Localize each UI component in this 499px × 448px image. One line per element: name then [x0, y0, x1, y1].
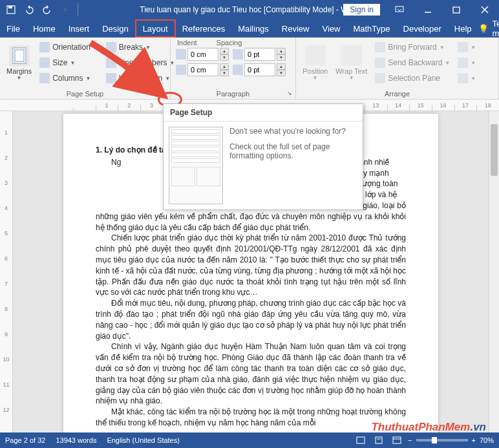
undo-icon[interactable] [21, 1, 37, 18]
zoom-in-icon[interactable]: + [472, 436, 476, 444]
tab-view[interactable]: View [315, 19, 346, 37]
web-layout-icon[interactable] [390, 434, 404, 446]
indent-label: Indent [177, 39, 197, 47]
bring-forward-icon [375, 42, 385, 52]
popup-question: Don't see what you're looking for? [229, 127, 357, 136]
group-label-arrange: Arrange [296, 89, 498, 99]
vertical-ruler[interactable]: 12345678910111213 [0, 111, 13, 441]
group-button: ▼ [455, 55, 478, 70]
margins-icon [9, 45, 30, 66]
status-words[interactable]: 13943 words [56, 436, 96, 444]
scroll-thumb[interactable] [491, 124, 498, 176]
indent-left-icon [176, 49, 186, 59]
svg-rect-12 [393, 437, 401, 443]
popup-desc: Check out the full set of page formattin… [229, 142, 357, 160]
group-icon [458, 58, 468, 68]
save-icon[interactable] [3, 1, 19, 18]
line-numbers-button[interactable]: Line Numbers▼ [103, 55, 178, 70]
tab-review[interactable]: Review [275, 19, 316, 37]
signin-button[interactable]: Sign in [343, 4, 380, 16]
group-label-paragraph: Paragraph [171, 89, 295, 99]
breaks-icon [106, 42, 116, 52]
spacing-before-icon [233, 49, 243, 59]
chevron-down-icon: ▼ [17, 75, 22, 81]
indent-right-icon [176, 65, 186, 75]
line-numbers-icon [106, 58, 116, 68]
page-setup-dialog-launcher[interactable]: ↘ [160, 89, 169, 98]
redo-icon[interactable] [39, 1, 56, 18]
align-icon [458, 42, 468, 52]
svg-rect-10 [376, 437, 382, 443]
ribbon: Margins ▼ Orientation▼ Size▼ Columns▼ Br… [0, 37, 499, 100]
title-bar: ▼ Tieu luan quan ly giao duc Tieu hoc [C… [0, 0, 499, 19]
status-language[interactable]: English (United States) [107, 436, 180, 444]
size-button[interactable]: Size▼ [37, 55, 101, 70]
tab-layout[interactable]: Layout [135, 19, 176, 37]
svg-rect-1 [8, 6, 12, 8]
spacing-before-spinner[interactable]: ▲▼ [233, 48, 286, 61]
popup-preview-image [169, 127, 223, 204]
send-backward-icon [375, 58, 385, 68]
watermark: ThuthuatPhanMem.vn [371, 421, 486, 434]
zoom-out-icon[interactable]: − [408, 436, 412, 444]
rotate-icon [458, 73, 468, 83]
vertical-scrollbar[interactable] [489, 111, 499, 441]
position-button: Position▼ [299, 39, 332, 87]
spacing-after-icon [233, 65, 243, 75]
selection-pane-button[interactable]: Selection Pane [372, 70, 452, 86]
wrap-text-button: Wrap Text▼ [332, 39, 371, 87]
spacing-label: Spacing [217, 39, 242, 47]
tab-mailings[interactable]: Mailings [231, 19, 275, 37]
wrap-text-icon [341, 45, 362, 66]
bring-forward-button: Bring Forward▼ [372, 39, 452, 55]
position-icon [305, 45, 326, 66]
indent-left-spinner[interactable]: ▲▼ [176, 48, 229, 61]
popup-title: Page Setup [164, 104, 363, 122]
orientation-icon [39, 42, 50, 52]
group-label-page-setup: Page Setup [0, 89, 170, 99]
tab-help[interactable]: Help [448, 19, 478, 37]
read-mode-icon[interactable] [354, 434, 368, 446]
breaks-button[interactable]: Breaks▼ [103, 39, 178, 55]
tab-developer[interactable]: Developer [397, 19, 448, 37]
hyphenation-button[interactable]: Hyphenation▼ [103, 70, 178, 86]
window-title: Tieu luan quan ly giao duc Tieu hoc [Com… [140, 5, 359, 14]
tab-design[interactable]: Design [96, 19, 134, 37]
tab-file[interactable]: File [0, 19, 27, 37]
qat-customize-icon[interactable]: ▼ [57, 1, 74, 18]
tab-references[interactable]: References [176, 19, 231, 37]
spacing-after-spinner[interactable]: ▲▼ [233, 63, 286, 76]
minimize-icon[interactable] [414, 0, 442, 19]
indent-right-spinner[interactable]: ▲▼ [176, 63, 229, 76]
status-bar: Page 2 of 32 13943 words English (United… [0, 432, 499, 448]
close-icon[interactable] [471, 0, 499, 19]
orientation-button[interactable]: Orientation▼ [37, 39, 101, 55]
tab-home[interactable]: Home [27, 19, 62, 37]
print-layout-icon[interactable] [372, 434, 386, 446]
rotate-button: ▼ [455, 70, 478, 86]
zoom-slider[interactable] [416, 439, 468, 442]
margins-button[interactable]: Margins ▼ [3, 39, 36, 87]
hyphenation-icon [106, 73, 116, 83]
zoom-level[interactable]: 70% [480, 436, 494, 444]
selection-pane-icon [375, 73, 385, 83]
align-button: ▼ [455, 39, 478, 55]
columns-button[interactable]: Columns▼ [37, 70, 101, 86]
columns-icon [39, 73, 50, 83]
size-icon [39, 58, 50, 68]
tellme-icon[interactable]: 💡 [478, 24, 489, 34]
page-setup-tooltip: Page Setup Don't see what you're looking… [163, 103, 363, 210]
maximize-icon[interactable] [442, 0, 471, 19]
paragraph-dialog-launcher[interactable]: ↘ [285, 89, 294, 98]
menu-bar: File Home Insert Design Layout Reference… [0, 19, 499, 37]
svg-rect-4 [453, 7, 460, 13]
status-page[interactable]: Page 2 of 32 [5, 436, 45, 444]
send-backward-button: Send Backward▼ [372, 55, 452, 70]
tab-insert[interactable]: Insert [62, 19, 96, 37]
svg-rect-9 [357, 437, 365, 443]
tellme[interactable]: Tell me [493, 19, 499, 38]
ribbon-options-icon[interactable] [385, 0, 414, 19]
tab-mathtype[interactable]: MathType [346, 19, 396, 37]
